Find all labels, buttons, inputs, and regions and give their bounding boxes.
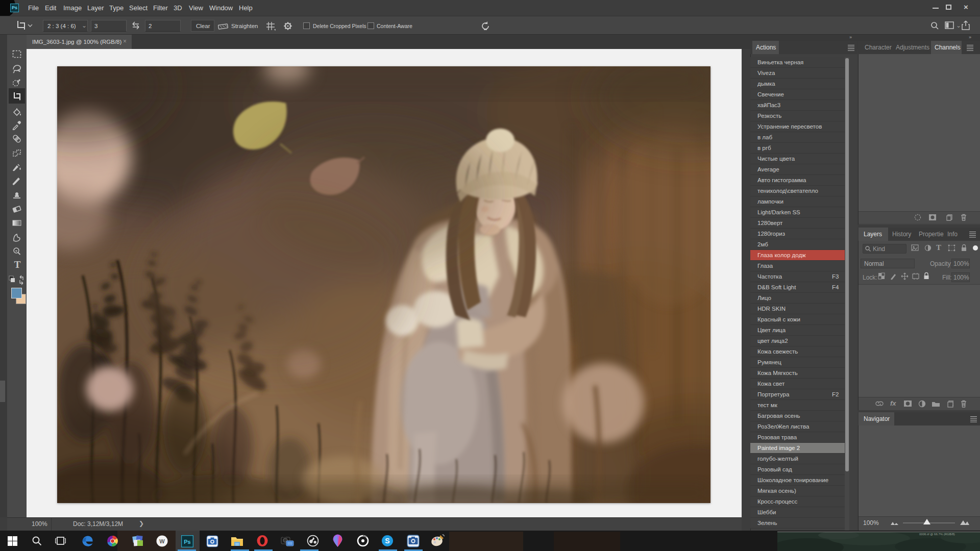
svg-text:S: S [385,537,389,545]
svg-text:Ps: Ps [184,539,190,545]
svg-text:W: W [159,538,165,544]
